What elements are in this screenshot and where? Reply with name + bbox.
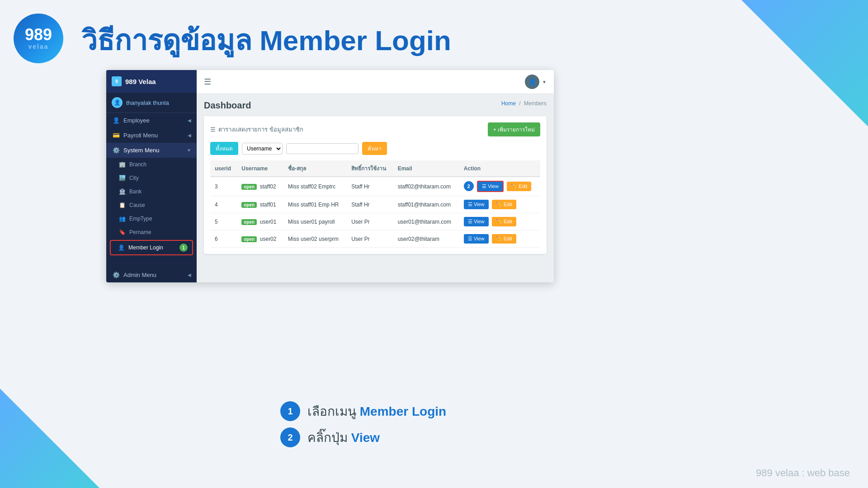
status-badge: open <box>241 236 257 242</box>
cell-action: 2 ☰ View ✏️ Edit <box>459 177 540 196</box>
system-arrow-icon: ▼ <box>187 148 191 153</box>
col-role: สิทธิ์การใช้งาน <box>347 160 393 177</box>
view-button[interactable]: ☰ View <box>464 217 489 226</box>
brand-icon: 9 <box>112 76 122 86</box>
cell-role: Staff Hr <box>347 177 393 196</box>
filter-all-button[interactable]: ทั้งหมด <box>210 142 238 155</box>
emptype-icon: 👥 <box>119 216 126 222</box>
breadcrumb-current: Members <box>524 100 547 107</box>
topbar-avatar-arrow-icon: ▼ <box>542 80 547 84</box>
breadcrumb-home[interactable]: Home <box>501 100 516 107</box>
ui-container: 9 989 Velaa 👤 thanyalak thunla 👤 Employe… <box>106 70 554 282</box>
sidebar-item-member-login[interactable]: 👤 Member Login 1 <box>110 240 193 255</box>
cell-userid: 5 <box>210 213 237 230</box>
add-record-button[interactable]: + เพิ่มรายการใหม่ <box>488 122 540 136</box>
table-card: ☰ ตารางแสดงรายการ ข้อมูลสมาชิก + เพิ่มรา… <box>204 116 547 254</box>
breadcrumb-separator: / <box>519 100 520 107</box>
status-badge: open <box>241 184 257 190</box>
cell-fullname: Miss staff01 Emp HR <box>283 196 347 213</box>
logo-circle: 989 velaa <box>14 14 63 63</box>
topbar-right: 👤 ▼ <box>525 75 547 89</box>
employee-arrow-icon: ◀ <box>188 118 191 123</box>
system-label: System Menu <box>123 147 159 154</box>
instruction-1-text: เลือกเมนู Member Login <box>307 401 446 421</box>
table-row: 5 open user01 Miss user01 payroll User P… <box>210 213 540 230</box>
col-username: Username <box>237 160 283 177</box>
cell-userid: 6 <box>210 230 237 248</box>
sidebar-item-pername[interactable]: 🔖 Pername <box>106 225 197 239</box>
dashboard-title: Dashboard <box>204 100 251 111</box>
cell-fullname: Miss user02 userprm <box>283 230 347 248</box>
system-icon: ⚙️ <box>113 147 120 154</box>
sidebar: 9 989 Velaa 👤 thanyalak thunla 👤 Employe… <box>106 70 197 282</box>
breadcrumb: Home / Members <box>501 100 547 107</box>
payroll-arrow-icon: ◀ <box>188 133 191 138</box>
card-title-text: ตารางแสดงรายการ ข้อมูลสมาชิก <box>218 125 303 134</box>
filter-field-select[interactable]: Username <box>242 143 283 155</box>
member-login-badge: 1 <box>179 244 188 252</box>
cell-status-username: open staff01 <box>237 196 283 213</box>
menu-toggle-icon[interactable]: ☰ <box>204 77 211 87</box>
search-input[interactable] <box>286 143 359 154</box>
member-login-label: Member Login <box>128 244 163 251</box>
col-userid: userid <box>210 160 237 177</box>
cell-role: Staff Hr <box>347 196 393 213</box>
cell-action: ☰ View ✏️ Edit <box>459 196 540 213</box>
instruction-1: 1 เลือกเมนู Member Login <box>280 401 446 421</box>
table-row: 3 open staff02 Miss staff02 Emptrc Staff… <box>210 177 540 196</box>
sidebar-item-city[interactable]: 🏙️ City <box>106 171 197 185</box>
status-badge: open <box>241 202 257 208</box>
branch-label: Branch <box>129 161 146 168</box>
topbar: ☰ 👤 ▼ <box>197 70 554 94</box>
topbar-avatar[interactable]: 👤 <box>525 75 539 89</box>
search-button[interactable]: ค้นหา <box>362 142 387 155</box>
cell-action: ☰ View ✏️ Edit <box>459 213 540 230</box>
col-action: Action <box>459 160 540 177</box>
bg-decoration-top-right <box>741 0 868 127</box>
cell-action: ☰ View ✏️ Edit <box>459 230 540 248</box>
brand-name: 989 Velaa <box>125 78 156 85</box>
sidebar-brand: 9 989 Velaa <box>106 70 197 93</box>
table-header-row: userid Username ชื่อ-สกุล สิทธิ์การใช้งา… <box>210 160 540 177</box>
instruction-1-static: เลือกเมนู <box>307 404 360 418</box>
instruction-2-static: คลิ๊กปุ่ม <box>307 431 351 445</box>
table-icon: ☰ <box>210 126 216 133</box>
employee-icon: 👤 <box>113 117 120 124</box>
sidebar-item-employee[interactable]: 👤 Employee ◀ <box>106 113 197 128</box>
employee-label: Employee <box>123 117 150 124</box>
sidebar-item-payroll[interactable]: 💳 Payroll Menu ◀ <box>106 128 197 143</box>
edit-button[interactable]: ✏️ Edit <box>507 182 531 191</box>
pername-icon: 🔖 <box>119 229 126 235</box>
sidebar-item-cause[interactable]: 📋 Cause <box>106 198 197 212</box>
view-button[interactable]: ☰ View <box>464 234 489 244</box>
content-header: Dashboard Home / Members <box>204 100 547 111</box>
cell-status-username: open staff02 <box>237 177 283 196</box>
cell-userid: 3 <box>210 177 237 196</box>
sidebar-item-system[interactable]: ⚙️ System Menu ▼ <box>106 143 197 158</box>
sidebar-item-branch[interactable]: 🏢 Branch <box>106 158 197 171</box>
table-row: 6 open user02 Miss user02 userprm User P… <box>210 230 540 248</box>
edit-button[interactable]: ✏️ Edit <box>492 200 516 209</box>
view-button[interactable]: ☰ View <box>464 200 489 209</box>
view-button[interactable]: ☰ View <box>477 181 504 192</box>
edit-button[interactable]: ✏️ Edit <box>492 234 516 244</box>
sidebar-item-emptype[interactable]: 👥 EmpType <box>106 212 197 225</box>
edit-button[interactable]: ✏️ Edit <box>492 217 516 226</box>
footer-text: 989 velaa : web base <box>756 467 850 479</box>
city-icon: 🏙️ <box>119 175 126 181</box>
cell-role: User Pr <box>347 213 393 230</box>
emptype-label: EmpType <box>129 216 152 222</box>
instruction-2-text: คลิ๊กปุ่ม View <box>307 427 380 447</box>
members-table: userid Username ชื่อ-สกุล สิทธิ์การใช้งา… <box>210 160 540 248</box>
payroll-icon: 💳 <box>113 132 120 139</box>
instruction-1-badge: 1 <box>280 401 300 421</box>
user-avatar-icon: 👤 <box>112 97 123 108</box>
pername-label: Pername <box>129 229 151 235</box>
cell-email: staff02@thitaram.com <box>393 177 459 196</box>
sidebar-item-bank[interactable]: 🏦 Bank <box>106 185 197 198</box>
page-title: วิธีการดูข้อมูล Member Login <box>81 18 732 62</box>
sidebar-item-admin[interactable]: ⚙️ Admin Menu ◀ <box>106 267 197 282</box>
cell-status-username: open user01 <box>237 213 283 230</box>
bank-icon: 🏦 <box>119 188 126 195</box>
cell-fullname: Miss staff02 Emptrc <box>283 177 347 196</box>
